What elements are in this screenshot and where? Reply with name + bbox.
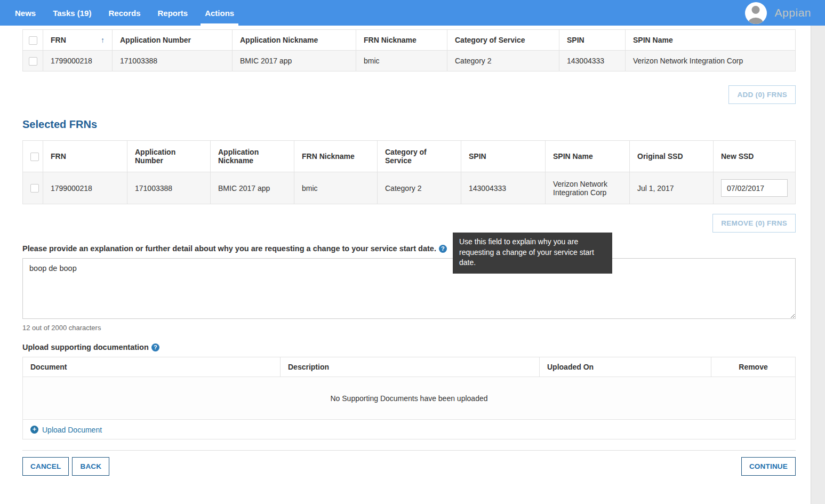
cell-category-of-service: Category 2	[447, 51, 559, 71]
continue-button[interactable]: CONTINUE	[741, 457, 796, 476]
new-ssd-date-input[interactable]	[721, 179, 788, 197]
upload-document-link-label: Upload Document	[42, 426, 102, 434]
cell-application-number: 171003388	[127, 172, 211, 204]
upload-documentation-label: Upload supporting documentation?	[22, 343, 796, 351]
col-header-application-nickname[interactable]: Application Nickname	[233, 30, 356, 51]
cell-application-number: 171003388	[113, 51, 233, 71]
col-header-new-ssd[interactable]: New SSD	[714, 141, 796, 172]
col-header-frn-nickname[interactable]: FRN Nickname	[356, 30, 447, 51]
remove-frns-button[interactable]: REMOVE (0) FRNS	[712, 214, 796, 233]
row-checkbox[interactable]	[30, 184, 39, 193]
nav-tab-actions[interactable]: Actions	[196, 0, 243, 26]
cell-category-of-service: Category 2	[378, 172, 461, 204]
add-frns-button[interactable]: ADD (0) FRNS	[728, 85, 796, 104]
select-all-checkbox[interactable]	[30, 153, 39, 161]
table-row: 1799000218 171003388 BMIC 2017 app bmic …	[23, 172, 796, 204]
back-button[interactable]: BACK	[72, 457, 109, 476]
nav-tab-news[interactable]: News	[6, 0, 44, 26]
col-header-uploaded-on: Uploaded On	[540, 357, 711, 377]
help-icon[interactable]: ?	[439, 245, 447, 253]
cell-spin: 143004333	[461, 172, 546, 204]
col-header-application-nickname[interactable]: Application Nickname	[211, 141, 294, 172]
col-header-remove: Remove	[711, 357, 796, 377]
documents-table: Document Description Uploaded On Remove …	[22, 357, 796, 439]
cell-spin: 143004333	[559, 51, 626, 71]
available-frns-table: FRN ↑ Application Number Application Nic…	[22, 29, 796, 71]
cell-frn-nickname: bmic	[356, 51, 447, 71]
cell-application-nickname: BMIC 2017 app	[211, 172, 294, 204]
col-header-category-of-service[interactable]: Category of Service	[378, 141, 461, 172]
user-avatar-icon[interactable]	[745, 2, 767, 24]
main-content: FRN ↑ Application Number Application Nic…	[22, 29, 796, 482]
character-count: 12 out of 2000 characters	[22, 324, 796, 332]
sort-ascending-icon[interactable]: ↑	[101, 36, 105, 44]
nav-right-section: Appian	[745, 0, 825, 26]
cell-spin-name: Verizon Network Integration Corp	[626, 51, 796, 71]
cell-frn: 1799000218	[43, 172, 127, 204]
scrollbar-track[interactable]	[811, 26, 825, 504]
explanation-field-label: Please provide an explanation or further…	[22, 244, 796, 253]
explanation-textarea[interactable]: boop de boop	[22, 258, 796, 319]
top-navigation-bar: News Tasks (19) Records Reports Actions …	[0, 0, 825, 26]
table-header-row: Document Description Uploaded On Remove	[23, 357, 796, 377]
cell-original-ssd: Jul 1, 2017	[630, 172, 714, 204]
nav-tab-reports[interactable]: Reports	[149, 0, 196, 26]
nav-tab-records[interactable]: Records	[100, 0, 149, 26]
cell-spin-name: Verizon Network Integration Corp	[546, 172, 630, 204]
nav-tab-tasks[interactable]: Tasks (19)	[44, 0, 100, 26]
explanation-label-text: Please provide an explanation or further…	[22, 244, 436, 253]
upload-document-row: + Upload Document	[23, 420, 796, 439]
col-header-label: FRN	[51, 36, 66, 44]
selected-frns-table: FRN Application Number Application Nickn…	[22, 140, 796, 204]
upload-document-link[interactable]: + Upload Document	[30, 426, 102, 434]
cancel-button[interactable]: CANCEL	[22, 457, 69, 476]
col-header-frn[interactable]: FRN ↑	[43, 30, 113, 51]
row-checkbox[interactable]	[29, 57, 37, 66]
col-header-description: Description	[281, 357, 540, 377]
table-header-row: FRN Application Number Application Nickn…	[23, 141, 796, 172]
col-header-spin[interactable]: SPIN	[461, 141, 546, 172]
col-header-frn[interactable]: FRN	[43, 141, 127, 172]
upload-label-text: Upload supporting documentation	[22, 343, 149, 351]
col-header-category-of-service[interactable]: Category of Service	[447, 30, 559, 51]
col-header-frn-nickname[interactable]: FRN Nickname	[294, 141, 378, 172]
avatar-head-shape	[752, 6, 760, 14]
empty-documents-message: No Supporting Documents have been upload…	[23, 377, 796, 420]
col-header-application-number[interactable]: Application Number	[113, 30, 233, 51]
avatar-torso-shape	[749, 18, 763, 24]
col-header-spin[interactable]: SPIN	[559, 30, 626, 51]
cell-application-nickname: BMIC 2017 app	[233, 51, 356, 71]
cell-frn: 1799000218	[43, 51, 113, 71]
appian-logo: Appian	[775, 6, 811, 19]
selected-frns-heading: Selected FRNs	[22, 118, 796, 131]
plus-circle-icon: +	[30, 426, 38, 434]
empty-documents-row: No Supporting Documents have been upload…	[23, 377, 796, 420]
help-tooltip: Use this field to explain why you are re…	[453, 233, 612, 274]
help-icon[interactable]: ?	[151, 343, 159, 351]
col-header-original-ssd[interactable]: Original SSD	[630, 141, 714, 172]
col-header-spin-name[interactable]: SPIN Name	[546, 141, 630, 172]
col-header-spin-name[interactable]: SPIN Name	[626, 30, 796, 51]
table-header-row: FRN ↑ Application Number Application Nic…	[23, 30, 796, 51]
col-header-application-number[interactable]: Application Number	[127, 141, 211, 172]
col-header-document: Document	[23, 357, 281, 377]
footer-action-bar: CANCEL BACK CONTINUE	[22, 451, 796, 482]
table-row: 1799000218 171003388 BMIC 2017 app bmic …	[23, 51, 796, 71]
select-all-checkbox[interactable]	[29, 36, 37, 45]
cell-frn-nickname: bmic	[294, 172, 378, 204]
